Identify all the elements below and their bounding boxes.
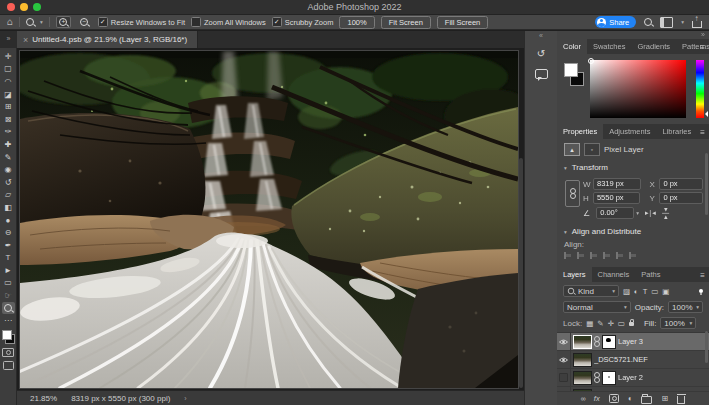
filter-adjustment-layers-icon[interactable]: ◐ (634, 287, 639, 296)
layer-row-dsc5721[interactable]: _DSC5721.NEF (557, 351, 709, 369)
mask-link-icon[interactable] (594, 373, 600, 383)
flip-horizontal-icon[interactable]: ▸❘◂ (645, 209, 655, 217)
screen-mode-icon[interactable] (3, 361, 14, 370)
layer-name[interactable]: Layer 3 (618, 337, 643, 346)
checkbox[interactable]: ✓ (98, 17, 108, 27)
height-field[interactable]: 5550 px (593, 192, 641, 204)
brush-tool[interactable]: ✎ (2, 151, 15, 164)
blend-mode-dropdown[interactable]: Normal ▾ (563, 301, 631, 313)
layer-row-layer-2[interactable]: Layer 2 (557, 369, 709, 387)
type-tool[interactable]: T (2, 252, 15, 265)
edit-toolbar-icon[interactable]: ⋯ (2, 314, 15, 327)
crop-tool[interactable]: ⊞ (2, 100, 15, 113)
tab-properties[interactable]: Properties (557, 124, 603, 139)
link-dimensions-icon[interactable] (565, 180, 580, 207)
tab-libraries[interactable]: Libraries (656, 124, 697, 139)
add-layer-mask-icon[interactable] (609, 394, 619, 403)
dock-collapse-icon[interactable]: « (525, 31, 557, 41)
panel-menu-icon[interactable]: ≡ (700, 271, 705, 280)
flip-vertical-icon[interactable]: ▸❘◂ (662, 208, 670, 218)
align-right-icon[interactable] (590, 252, 597, 259)
share-button[interactable]: Share (595, 16, 636, 28)
rectangle-tool[interactable]: ▭ (2, 277, 15, 290)
opacity-dropdown[interactable]: 100% ▾ (668, 301, 703, 313)
layer-row-layer-3[interactable]: Layer 3 (557, 333, 709, 351)
filter-smart-objects-icon[interactable]: ▣ (662, 287, 669, 296)
zoom-out-button[interactable]: − (77, 16, 92, 28)
tab-layers[interactable]: Layers (557, 267, 592, 282)
close-window-button[interactable] (7, 3, 15, 11)
tab-channels[interactable]: Channels (592, 267, 636, 282)
zoom-level-field[interactable]: 21.85% (30, 394, 57, 403)
minimize-window-button[interactable] (20, 3, 28, 11)
eraser-tool[interactable]: ▱ (2, 189, 15, 202)
fill-dropdown[interactable]: 100% ▾ (660, 317, 696, 329)
layer-thumbnail[interactable] (574, 354, 591, 366)
panel-menu-icon[interactable]: ≡ (700, 128, 705, 137)
transform-section-header[interactable]: ▾ Transform (557, 159, 709, 174)
filter-kind-dropdown[interactable]: Kind ▾ (563, 285, 619, 297)
rotate-field[interactable]: 0.00° ▾ (596, 207, 639, 219)
lock-transparency-icon[interactable]: ▦ (586, 319, 593, 328)
zoom-100-button[interactable]: 100% (339, 16, 374, 29)
visibility-toggle[interactable] (557, 333, 571, 350)
tab-color[interactable]: Color (557, 39, 587, 54)
close-tab-icon[interactable]: × (23, 35, 28, 45)
layer-name[interactable]: _DSC5721.NEF (594, 355, 648, 364)
eyedropper-tool[interactable]: ✑ (2, 126, 15, 139)
width-field[interactable]: 8319 px (593, 178, 641, 190)
canvas-image[interactable] (20, 51, 518, 388)
lock-artboard-icon[interactable]: ▭ (618, 319, 625, 328)
blur-tool[interactable]: ● (2, 214, 15, 227)
layer-name[interactable]: Layer 2 (618, 373, 643, 382)
lock-all-icon[interactable] (629, 322, 634, 327)
filter-shape-layers-icon[interactable]: ▭ (651, 287, 658, 296)
color-picker-marker[interactable] (588, 58, 594, 64)
object-selection-tool[interactable]: ◪ (2, 88, 15, 101)
spot-healing-brush-tool[interactable]: ✚ (2, 138, 15, 151)
move-tool[interactable]: ✛ (2, 50, 15, 63)
foreground-color-swatch[interactable] (2, 330, 12, 340)
tab-swatches[interactable]: Swatches (587, 39, 632, 54)
lock-pixels-icon[interactable]: ✎ (597, 319, 603, 328)
foreground-background-colors[interactable] (2, 330, 15, 344)
layer-mask-thumbnail[interactable] (603, 336, 615, 348)
filter-pixel-layers-icon[interactable]: ▨ (623, 287, 630, 296)
align-middle-icon[interactable] (616, 252, 623, 259)
zoom-window-button[interactable] (33, 3, 41, 11)
gradient-tool[interactable]: ◧ (2, 201, 15, 214)
tab-adjustments[interactable]: Adjustments (603, 124, 656, 139)
chevron-down-icon[interactable]: ▾ (40, 19, 43, 25)
resize-windows-checkbox[interactable]: ✓ Resize Windows to Fit (98, 17, 185, 27)
saturation-field[interactable] (590, 60, 686, 118)
fit-screen-button[interactable]: Fit Screen (381, 16, 431, 29)
lasso-tool[interactable]: ◠ (2, 75, 15, 88)
zoom-tool[interactable] (2, 302, 15, 315)
zoom-in-button[interactable]: + (56, 16, 71, 28)
pen-tool[interactable]: ✒ (2, 239, 15, 252)
layer-thumbnail[interactable] (574, 336, 591, 348)
status-chevron-icon[interactable]: › (184, 395, 186, 402)
search-icon[interactable] (644, 18, 652, 26)
visibility-toggle[interactable] (557, 369, 571, 386)
frame-tool[interactable]: ⊠ (2, 113, 15, 126)
export-icon[interactable] (692, 21, 702, 28)
zoom-all-windows-checkbox[interactable]: Zoom All Windows (191, 17, 266, 27)
new-layer-icon[interactable]: ⊞ (661, 394, 668, 403)
checkbox[interactable]: ✓ (272, 17, 282, 27)
zoom-tool-icon[interactable] (26, 18, 34, 26)
layer-thumbnail[interactable] (574, 372, 591, 384)
hue-slider-handle[interactable] (702, 111, 708, 117)
document-tab[interactable]: × Untitled-4.psb @ 21.9% (Layer 3, RGB/1… (17, 31, 198, 48)
rectangular-marquee-tool[interactable]: ▢ (2, 63, 15, 76)
filter-type-layers-icon[interactable]: T (643, 287, 648, 296)
align-left-icon[interactable] (564, 252, 571, 259)
foreground-color-swatch[interactable] (564, 63, 578, 77)
hue-slider[interactable] (696, 60, 704, 118)
x-field[interactable]: 0 px (659, 178, 703, 190)
layer-style-icon[interactable]: fx (594, 394, 600, 403)
chevron-down-icon[interactable]: ▾ (636, 210, 639, 216)
align-center-icon[interactable] (577, 252, 584, 259)
align-bottom-icon[interactable] (629, 252, 636, 259)
delete-layer-icon[interactable] (677, 396, 685, 404)
